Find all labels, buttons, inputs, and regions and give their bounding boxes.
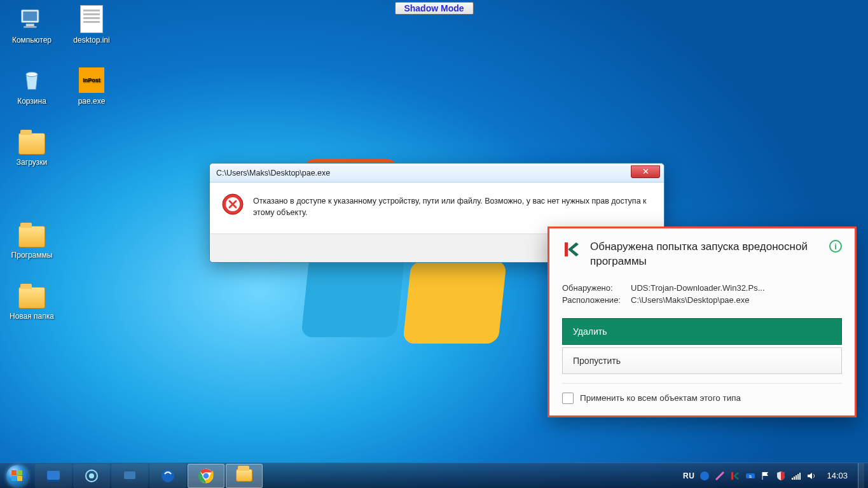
desktop-icon-desktop-ini[interactable]: desktop.ini xyxy=(64,4,120,45)
kaspersky-details: Обнаружено: UDS:Trojan-Downloader.Win32.… xyxy=(549,278,855,316)
svg-rect-22 xyxy=(794,477,795,480)
error-icon xyxy=(221,193,244,216)
svg-rect-21 xyxy=(792,478,793,480)
apply-all-checkbox[interactable]: Применить ко всем объектам этого типа xyxy=(549,384,855,415)
desktop-icon-label: desktop.ini xyxy=(64,36,120,45)
taskbar: RU s 14:03 xyxy=(0,463,868,488)
desktop-icon-computer[interactable]: Компьютер xyxy=(4,4,60,45)
desktop-icon-label: Корзина xyxy=(4,97,60,106)
detected-value: UDS:Trojan-Downloader.Win32.Ps... xyxy=(631,282,765,295)
svg-rect-2 xyxy=(26,24,34,26)
tray-icon-2[interactable] xyxy=(715,471,725,481)
folder-icon xyxy=(17,126,47,157)
desktop-icon-programs[interactable]: Программы xyxy=(4,219,60,260)
svg-rect-7 xyxy=(47,471,60,480)
folder-icon xyxy=(17,219,47,249)
desktop-icon-label: Компьютер xyxy=(4,36,60,45)
taskbar-chrome[interactable] xyxy=(188,464,224,488)
tray-network-icon[interactable] xyxy=(791,471,801,481)
skip-button[interactable]: Пропустить xyxy=(562,347,842,374)
close-icon: ✕ xyxy=(642,167,649,176)
location-value: C:\Users\Maks\Desktop\pae.exe xyxy=(631,294,749,307)
svg-rect-3 xyxy=(24,26,36,28)
svg-rect-11 xyxy=(124,471,135,479)
tray-flag-icon[interactable] xyxy=(761,471,771,481)
folder-icon xyxy=(17,280,47,310)
svg-point-18 xyxy=(700,471,709,480)
file-icon xyxy=(76,4,107,34)
error-dialog-titlebar[interactable]: C:\Users\Maks\Desktop\pae.exe ✕ xyxy=(210,164,664,183)
svg-rect-12 xyxy=(127,480,132,482)
kaspersky-alert: Обнаружена попытка запуска вредоносной п… xyxy=(548,227,857,417)
desktop-icon-pae-exe[interactable]: InPost pae.exe xyxy=(64,65,120,106)
desktop-icon-recycle-bin[interactable]: Корзина xyxy=(4,65,60,106)
kaspersky-logo-icon xyxy=(562,240,581,259)
svg-point-4 xyxy=(26,72,38,76)
tray-icon-1[interactable] xyxy=(699,471,710,481)
exe-icon: InPost xyxy=(76,65,107,95)
desktop-icon-label: pae.exe xyxy=(64,97,120,106)
start-button[interactable] xyxy=(0,463,34,489)
taskbar-app-3[interactable] xyxy=(111,464,148,488)
taskbar-app-2[interactable] xyxy=(73,464,110,488)
tray-volume-icon[interactable] xyxy=(806,471,816,481)
error-dialog-title: C:\Users\Maks\Desktop\pae.exe xyxy=(216,169,330,178)
desktop-icon-label: Программы xyxy=(4,251,60,260)
desktop-icon-downloads[interactable]: Загрузки xyxy=(4,126,60,167)
svg-rect-1 xyxy=(23,11,37,21)
taskbar-clock[interactable]: 14:03 xyxy=(822,471,853,480)
desktop-icon-new-folder[interactable]: Новая папка xyxy=(4,280,60,321)
svg-rect-8 xyxy=(47,480,60,482)
taskbar-app-1[interactable] xyxy=(35,464,72,488)
recycle-bin-icon xyxy=(17,65,47,95)
tray-kaspersky-icon[interactable] xyxy=(730,471,740,481)
tray-icon-4[interactable]: s xyxy=(745,471,755,481)
svg-text:s: s xyxy=(749,473,752,479)
taskbar-explorer[interactable] xyxy=(226,464,263,488)
svg-rect-25 xyxy=(799,473,801,480)
delete-button[interactable]: Удалить xyxy=(562,318,842,345)
close-button[interactable]: ✕ xyxy=(631,165,660,178)
detected-label: Обнаружено: xyxy=(562,282,627,295)
show-desktop-button[interactable] xyxy=(858,463,864,489)
kaspersky-alert-title: Обнаружена попытка запуска вредоносной п… xyxy=(590,240,820,269)
apply-all-label: Применить ко всем объектам этого типа xyxy=(580,393,741,403)
error-dialog-message: Отказано в доступе к указанному устройст… xyxy=(253,193,652,218)
computer-icon xyxy=(17,4,47,34)
shadow-mode-button[interactable]: Shadow Mode xyxy=(394,2,473,15)
info-icon[interactable]: i xyxy=(829,240,842,253)
start-orb-icon xyxy=(6,465,28,487)
language-indicator[interactable]: RU xyxy=(683,471,694,480)
desktop-icon-label: Новая папка xyxy=(4,312,60,321)
system-tray: RU s 14:03 xyxy=(683,463,868,489)
svg-rect-23 xyxy=(796,475,797,480)
svg-rect-24 xyxy=(797,474,799,480)
location-label: Расположение: xyxy=(562,294,627,307)
taskbar-app-4[interactable] xyxy=(149,464,186,488)
desktop-icon-label: Загрузки xyxy=(4,158,60,167)
tray-shield-icon[interactable] xyxy=(776,471,786,481)
checkbox-icon xyxy=(562,393,574,404)
svg-point-10 xyxy=(89,473,94,478)
